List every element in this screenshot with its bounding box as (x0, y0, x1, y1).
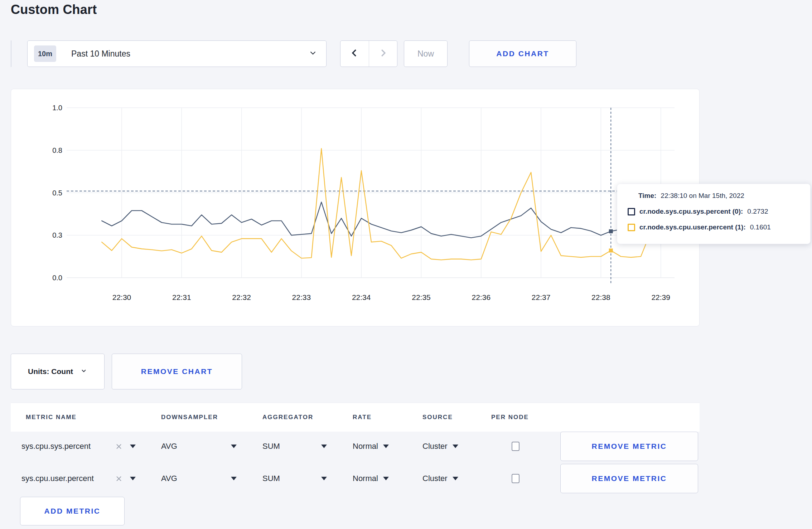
caret-down-icon (321, 477, 327, 480)
svg-text:22:30: 22:30 (112, 293, 131, 301)
clear-metric-icon[interactable] (116, 430, 122, 462)
chart-card: 1.00.80.50.30.022:3022:3122:3222:3322:34… (11, 89, 700, 326)
downsampler-dropdown[interactable] (231, 430, 237, 462)
rate-value: Normal (353, 442, 378, 451)
svg-text:22:36: 22:36 (472, 293, 491, 301)
svg-text:22:35: 22:35 (412, 293, 431, 301)
tooltip-series-name: cr.node.sys.cpu.sys.percent (0): (639, 208, 743, 215)
svg-text:1.0: 1.0 (52, 104, 62, 112)
downsampler-value[interactable]: AVG (161, 430, 177, 462)
tooltip-series-name: cr.node.sys.cpu.user.percent (1): (639, 223, 746, 231)
tooltip-series-row: cr.node.sys.cpu.sys.percent (0): 0.2732 (628, 208, 768, 215)
controls-divider (11, 40, 11, 67)
svg-text:22:39: 22:39 (651, 293, 670, 301)
caret-down-icon (453, 477, 458, 480)
tooltip-series-row: cr.node.sys.cpu.user.percent (1): 0.1601 (628, 223, 771, 231)
source-value: Cluster (422, 442, 448, 451)
caret-down-icon (231, 477, 237, 480)
units-label: Units: Count (28, 367, 73, 376)
rate-dropdown[interactable]: Normal (353, 462, 389, 495)
caret-down-icon (321, 445, 327, 448)
per-node-checkbox[interactable] (512, 462, 519, 495)
remove-metric-button[interactable]: REMOVE METRIC (560, 432, 698, 461)
rate-value: Normal (353, 474, 378, 483)
table-row: sys.cpu.sys.percent AVG SUM Normal Clust… (11, 430, 700, 462)
svg-text:0.0: 0.0 (52, 274, 62, 282)
table-row: sys.cpu.user.percent AVG SUM Normal Clus… (11, 462, 700, 495)
time-window-badge: 10m (34, 45, 56, 62)
col-source: SOURCE (422, 403, 453, 432)
metric-name-dropdown[interactable] (130, 430, 136, 462)
svg-text:22:31: 22:31 (172, 293, 191, 301)
rate-dropdown[interactable]: Normal (353, 430, 389, 462)
chevron-down-icon (308, 48, 318, 59)
metric-name-dropdown[interactable] (130, 462, 136, 495)
tooltip-time-value: 22:38:10 on Mar 15th, 2022 (661, 192, 744, 199)
now-button[interactable]: Now (404, 40, 448, 67)
aggregator-value[interactable]: SUM (262, 430, 280, 462)
chevron-down-icon (80, 367, 87, 376)
aggregator-dropdown[interactable] (321, 430, 327, 462)
caret-down-icon (383, 477, 389, 480)
tooltip-time: Time:22:38:10 on Mar 15th, 2022 (638, 192, 744, 200)
units-dropdown[interactable]: Units: Count (11, 354, 105, 389)
time-window-label: Past 10 Minutes (71, 49, 130, 59)
metrics-table-header: METRIC NAME DOWNSAMPLER AGGREGATOR RATE … (11, 403, 700, 432)
col-per-node: PER NODE (491, 403, 529, 432)
clear-metric-icon[interactable] (116, 462, 122, 495)
time-window-dropdown[interactable]: 10m Past 10 Minutes (27, 40, 327, 67)
svg-text:0.5: 0.5 (52, 189, 62, 197)
caret-down-icon (231, 445, 237, 448)
chevron-left-icon (349, 48, 360, 60)
series-swatch-user-icon (628, 224, 635, 231)
aggregator-dropdown[interactable] (321, 462, 327, 495)
tooltip-series-value: 0.1601 (750, 223, 771, 231)
svg-text:22:32: 22:32 (232, 293, 251, 301)
col-rate: RATE (353, 403, 372, 432)
col-aggregator: AGGREGATOR (262, 403, 313, 432)
source-dropdown[interactable]: Cluster (422, 462, 458, 495)
tooltip-series-value: 0.2732 (747, 208, 768, 215)
aggregator-value[interactable]: SUM (262, 462, 280, 495)
svg-text:22:37: 22:37 (532, 293, 551, 301)
svg-text:22:33: 22:33 (292, 293, 311, 301)
svg-text:22:38: 22:38 (591, 293, 610, 301)
svg-text:0.3: 0.3 (52, 231, 62, 239)
metric-name-value[interactable]: sys.cpu.user.percent (21, 462, 94, 495)
downsampler-value[interactable]: AVG (161, 462, 177, 495)
caret-down-icon (383, 445, 389, 448)
timeseries-chart[interactable]: 1.00.80.50.30.022:3022:3122:3222:3322:34… (11, 89, 699, 326)
chevron-right-icon (378, 48, 388, 60)
source-dropdown[interactable]: Cluster (422, 430, 458, 462)
caret-down-icon (130, 477, 136, 480)
caret-down-icon (130, 445, 136, 448)
chart-tooltip: Time:22:38:10 on Mar 15th, 2022 cr.node.… (617, 184, 811, 244)
remove-metric-button[interactable]: REMOVE METRIC (560, 464, 698, 493)
svg-text:0.8: 0.8 (52, 146, 62, 154)
col-metric-name: METRIC NAME (26, 403, 77, 432)
remove-chart-button[interactable]: REMOVE CHART (112, 354, 242, 389)
tooltip-time-label: Time: (638, 192, 656, 199)
caret-down-icon (453, 445, 458, 448)
svg-text:22:34: 22:34 (352, 293, 371, 301)
next-time-button[interactable] (369, 41, 397, 67)
series-swatch-sys-icon (628, 208, 635, 215)
time-nav-group (340, 40, 397, 67)
prev-time-button[interactable] (340, 41, 369, 67)
add-chart-button[interactable]: ADD CHART (469, 40, 576, 67)
page-title: Custom Chart (11, 2, 97, 17)
metric-name-value[interactable]: sys.cpu.sys.percent (21, 430, 91, 462)
add-metric-button[interactable]: ADD METRIC (20, 497, 125, 525)
col-downsampler: DOWNSAMPLER (161, 403, 218, 432)
downsampler-dropdown[interactable] (231, 462, 237, 495)
per-node-checkbox[interactable] (512, 430, 519, 462)
source-value: Cluster (422, 474, 448, 483)
